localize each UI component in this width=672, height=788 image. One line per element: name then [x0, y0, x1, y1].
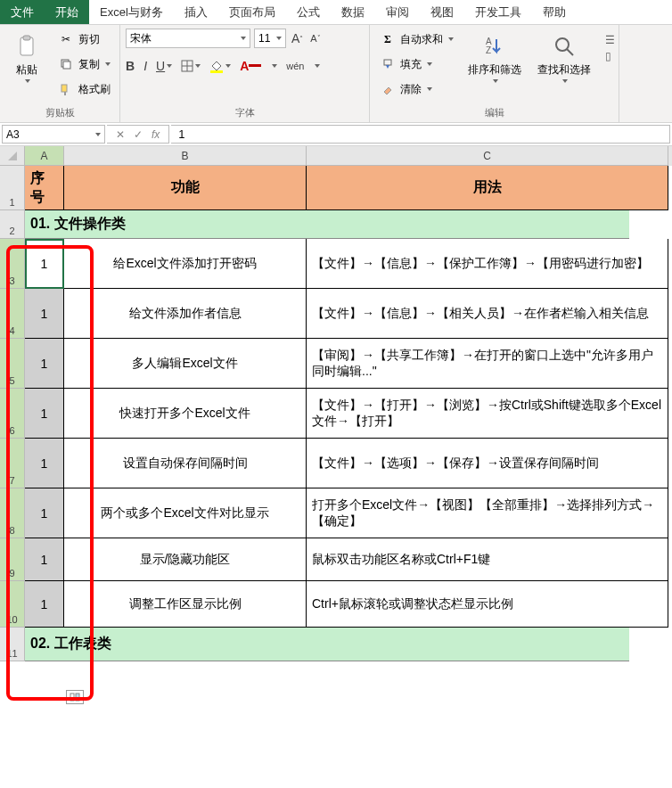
cell[interactable]: 【文件】→【信息】→【相关人员】→在作者栏输入相关信息 [307, 289, 668, 339]
ribbon-group-clipboard: 粘贴 ✂ 剪切 复制 [0, 25, 120, 122]
chevron-down-icon [25, 79, 30, 83]
tab-excel-finance[interactable]: Excel与财务 [89, 0, 174, 24]
cell[interactable]: 1 [25, 239, 64, 289]
tab-insert[interactable]: 插入 [174, 0, 218, 24]
fx-icon[interactable]: fx [152, 128, 160, 141]
row-header[interactable]: 2 [0, 210, 25, 239]
row-header[interactable]: 7 [0, 439, 25, 488]
cut-button[interactable]: ✂ 剪切 [53, 29, 114, 50]
chevron-down-icon [241, 37, 246, 40]
row-header[interactable]: 11 [0, 628, 25, 661]
chevron-down-icon[interactable] [272, 64, 277, 68]
autofill-options-button[interactable] [66, 690, 84, 704]
col-header-C[interactable]: C [307, 146, 668, 166]
svg-rect-4 [61, 85, 67, 92]
cell-section-title[interactable]: 01. 文件操作类 [25, 210, 629, 239]
cell[interactable]: 多人编辑Excel文件 [64, 339, 307, 389]
increase-font-button[interactable]: A˄ [290, 31, 305, 45]
fill-button[interactable]: 填充 [375, 53, 457, 75]
row-header[interactable]: 8 [0, 488, 25, 538]
cell[interactable]: 【审阅】→【共享工作簿】→在打开的窗口上选中"允许多用户同时编辑..." [307, 339, 668, 389]
svg-rect-10 [249, 64, 261, 67]
tab-formulas[interactable]: 公式 [286, 0, 331, 24]
cell[interactable]: 1 [25, 289, 64, 339]
row-header[interactable]: 5 [0, 339, 25, 389]
tab-developer[interactable]: 开发工具 [464, 0, 532, 24]
phonetic-button[interactable]: wén [286, 61, 304, 71]
cell[interactable]: 设置自动保存间隔时间 [64, 439, 307, 488]
autosum-button[interactable]: Σ 自动求和 [375, 29, 457, 50]
row-header[interactable]: 10 [0, 581, 25, 628]
cell[interactable]: 1 [25, 389, 64, 439]
tab-home[interactable]: 开始 [45, 0, 89, 24]
more-options-icon[interactable]: ☰ [605, 34, 613, 46]
cell[interactable]: Ctrl+鼠标滚轮或调整状态栏显示比例 [307, 581, 668, 628]
chevron-down-icon [562, 79, 568, 83]
cell[interactable]: 功能 [64, 166, 307, 210]
fill-color-button[interactable] [209, 59, 231, 73]
cell[interactable]: 【文件】→【信息】→【保护工作簿】→【用密码进行加密】 [307, 239, 668, 289]
paste-button[interactable]: 粘贴 [5, 29, 48, 86]
sort-filter-button[interactable]: AZ 排序和筛选 [463, 29, 527, 86]
cell[interactable]: 1 [25, 488, 64, 538]
cell[interactable]: 【文件】→【打开】→【浏览】→按Ctrl或Shift键选取多个Excel文件→【… [307, 389, 668, 439]
font-size-select[interactable]: 11 [254, 29, 286, 48]
cell[interactable]: 打开多个Excel文件→【视图】【全部重排】→选择排列方式→【确定】 [307, 488, 668, 538]
name-box[interactable]: A3 [2, 125, 105, 144]
search-icon [550, 32, 578, 61]
chevron-down-icon [195, 64, 201, 68]
cell[interactable]: 显示/隐藏功能区 [64, 538, 307, 581]
cell[interactable]: 给Excel文件添加打开密码 [64, 239, 307, 289]
col-header-B[interactable]: B [64, 146, 307, 166]
cell[interactable]: 给文件添加作者信息 [64, 289, 307, 339]
tab-help[interactable]: 帮助 [532, 0, 577, 24]
font-name-select[interactable]: 宋体 [126, 29, 250, 48]
cell[interactable]: 两个或多个Excel文件对比显示 [64, 488, 307, 538]
chevron-down-icon [225, 64, 231, 68]
row-header[interactable]: 4 [0, 289, 25, 339]
tab-file[interactable]: 文件 [0, 0, 45, 24]
cancel-formula-icon[interactable]: ✕ [116, 128, 125, 141]
chevron-down-icon [493, 79, 498, 83]
cell[interactable]: 用法 [307, 166, 668, 210]
decrease-font-button[interactable]: A˅ [308, 33, 322, 44]
tab-view[interactable]: 视图 [420, 0, 464, 24]
cell[interactable]: 1 [25, 538, 64, 581]
cell[interactable]: 鼠标双击功能区名称或Ctrl+F1键 [307, 538, 668, 581]
tab-data[interactable]: 数据 [331, 0, 375, 24]
clear-button[interactable]: 清除 [375, 78, 457, 100]
underline-button[interactable]: U [156, 59, 172, 73]
table-row: 4 1 给文件添加作者信息 【文件】→【信息】→【相关人员】→在作者栏输入相关信… [0, 289, 672, 339]
table-row: 9 1 显示/隐藏功能区 鼠标双击功能区名称或Ctrl+F1键 [0, 538, 672, 581]
cell[interactable]: 【文件】→【选项】→【保存】→设置保存间隔时间 [307, 439, 668, 488]
tab-review[interactable]: 审阅 [375, 0, 420, 24]
cell[interactable]: 快速打开多个Excel文件 [64, 389, 307, 439]
format-painter-button[interactable]: 格式刷 [53, 78, 114, 100]
bold-button[interactable]: B [126, 59, 135, 73]
italic-button[interactable]: I [143, 59, 147, 73]
row-header[interactable]: 9 [0, 538, 25, 581]
cell-section-title[interactable]: 02. 工作表类 [25, 628, 629, 661]
col-header-A[interactable]: A [25, 146, 64, 166]
font-color-button[interactable]: A [240, 59, 261, 73]
cell[interactable]: 1 [25, 339, 64, 389]
accept-formula-icon[interactable]: ✓ [134, 128, 143, 141]
row-header[interactable]: 1 [0, 166, 25, 210]
tab-page-layout[interactable]: 页面布局 [218, 0, 286, 24]
cell[interactable]: 1 [25, 439, 64, 488]
svg-rect-3 [63, 62, 70, 69]
cell[interactable]: 调整工作区显示比例 [64, 581, 307, 628]
cell[interactable]: 1 [25, 581, 64, 628]
copy-button[interactable]: 复制 [53, 53, 114, 75]
find-select-button[interactable]: 查找和选择 [532, 29, 596, 86]
borders-button[interactable] [181, 60, 201, 72]
chevron-down-icon [167, 64, 172, 68]
copy-icon [57, 55, 75, 73]
formula-input[interactable]: 1 [171, 125, 670, 144]
table-row: 7 1 设置自动保存间隔时间 【文件】→【选项】→【保存】→设置保存间隔时间 [0, 439, 672, 488]
select-all-corner[interactable] [0, 146, 25, 166]
row-header[interactable]: 6 [0, 389, 25, 439]
row-header[interactable]: 3 [0, 239, 25, 289]
toggle-icon[interactable]: ▯ [605, 50, 613, 62]
cell[interactable]: 序号 [25, 166, 64, 210]
